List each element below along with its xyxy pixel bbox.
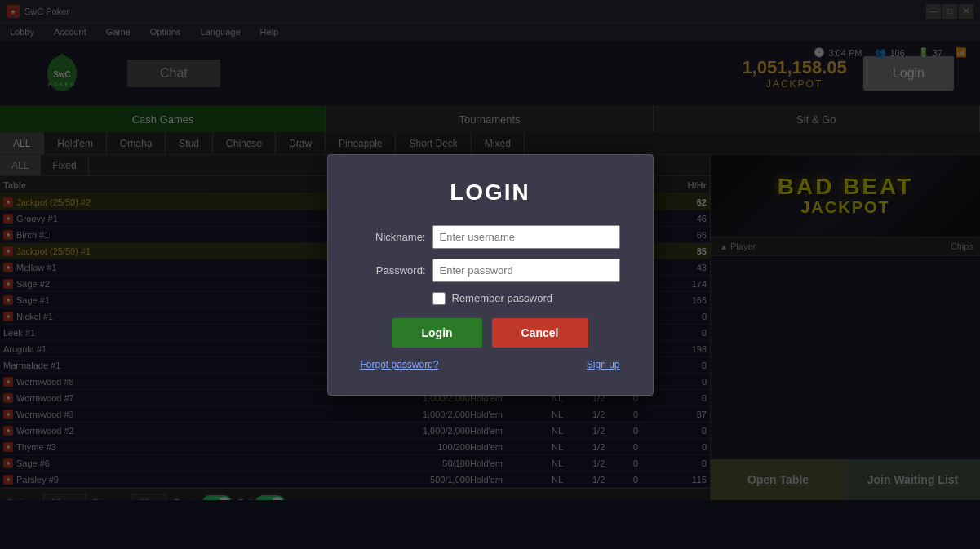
modal-login-button[interactable]: Login [392,318,481,348]
remember-label: Remember password [452,292,553,304]
password-label: Password: [361,264,426,277]
remember-row: Remember password [432,292,620,305]
password-row: Password: [361,259,620,282]
modal-overlay: LOGIN Nickname: Password: Remember passw… [0,0,980,549]
login-title: LOGIN [361,179,620,206]
nickname-input[interactable] [432,225,620,249]
modal-links: Forgot password? Sign up [361,359,620,370]
modal-buttons: Login Cancel [361,318,620,348]
remember-checkbox[interactable] [432,292,446,305]
nickname-label: Nickname: [361,231,426,243]
login-modal: LOGIN Nickname: Password: Remember passw… [327,154,654,396]
nickname-row: Nickname: [361,225,620,249]
modal-cancel-button[interactable]: Cancel [492,318,588,348]
password-input[interactable] [432,259,620,282]
signup-link[interactable]: Sign up [587,359,620,370]
forgot-password-link[interactable]: Forgot password? [361,359,439,370]
